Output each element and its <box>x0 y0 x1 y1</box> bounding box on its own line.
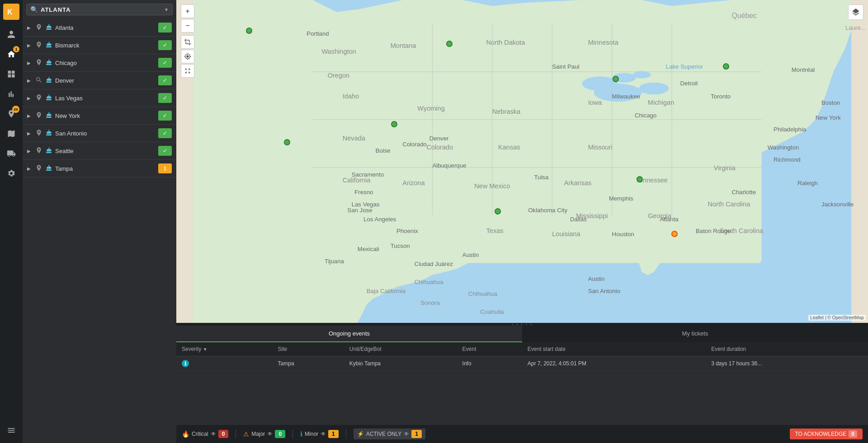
event-type: Info <box>457 356 522 371</box>
nav-deliveries[interactable] <box>2 145 20 163</box>
active-only-label: ACTIVE ONLY <box>366 431 401 437</box>
tab-my-tickets[interactable]: My tickets <box>522 326 868 342</box>
col-unit-edgebot[interactable]: Unit/EdgeBot <box>344 342 457 356</box>
nav-chart[interactable] <box>2 85 20 103</box>
sidebar-item-san-antonio[interactable]: ▶San Antonio✓ <box>23 125 176 142</box>
bottom-panel: Ongoing events My tickets Severity ▼ Sit… <box>176 326 868 425</box>
site-signal-icon <box>35 129 42 138</box>
map-marker-denver[interactable] <box>391 121 397 127</box>
active-only-toggle[interactable]: ⚡ ACTIVE ONLY 👁 1 <box>354 429 425 439</box>
chevron-right-icon: ▶ <box>27 61 33 65</box>
site-signal-icon <box>35 41 42 50</box>
status-bar: 🔥 Critical 👁 0 ⚠ Major 👁 0 ℹ Minor 👁 1 ⚡… <box>176 425 868 443</box>
site-status-green: ✓ <box>158 128 172 138</box>
search-icon: 🔍 <box>30 6 38 13</box>
map-marker-chicago[interactable] <box>613 76 619 82</box>
map-marker-atlanta[interactable] <box>637 176 643 182</box>
event-duration: 3 days 17 hours 36... <box>706 356 868 371</box>
sort-arrow-icon: ▼ <box>203 347 208 352</box>
site-name-label: Seattle <box>55 148 156 154</box>
nav-user[interactable] <box>2 25 20 43</box>
home-badge: 1 <box>13 46 19 52</box>
map-controls: + − <box>181 5 194 78</box>
site-name-label: Chicago <box>55 60 156 66</box>
sidebar-item-bismarck[interactable]: ▶Bismarck✓ <box>23 37 176 54</box>
info-icon: ℹ <box>300 430 302 438</box>
map-marker-tampa[interactable] <box>671 231 678 237</box>
minor-label: Minor <box>305 431 318 437</box>
chevron-right-icon: ▶ <box>27 149 33 154</box>
map-marker-seattle[interactable] <box>246 28 252 34</box>
site-signal-icon <box>35 94 42 103</box>
map-layers-button[interactable] <box>848 5 863 20</box>
robot-icon <box>45 41 52 50</box>
acknowledge-button[interactable]: TO ACKNOWLEDGE 0 <box>790 429 863 439</box>
col-event-duration[interactable]: Event duration <box>706 342 868 356</box>
dropdown-arrow-icon: ▼ <box>164 7 169 12</box>
chevron-right-icon: ▶ <box>27 131 33 136</box>
site-status-yellow: 1 <box>158 163 172 173</box>
map-marker-las_vegas[interactable] <box>284 139 290 145</box>
col-event[interactable]: Event <box>457 342 522 356</box>
minor-count: 1 <box>328 430 339 438</box>
map-marker-san_antonio[interactable] <box>495 208 501 215</box>
acknowledge-count: 0 <box>849 430 857 438</box>
map-marker-bismarck[interactable] <box>446 41 453 47</box>
map-marker-new_york[interactable] <box>723 63 729 70</box>
site-status-green: ✓ <box>158 40 172 50</box>
sidebar-item-atlanta[interactable]: ▶Atlanta✓ <box>23 19 176 37</box>
nav-hamburger[interactable] <box>2 421 20 439</box>
divider-2 <box>292 429 293 438</box>
major-status: ⚠ Major 👁 0 <box>243 430 285 438</box>
tab-ongoing-events[interactable]: Ongoing events <box>176 326 522 342</box>
col-severity[interactable]: Severity ▼ <box>176 342 273 356</box>
zoom-out-button[interactable]: − <box>181 19 194 33</box>
site-status-green: ✓ <box>158 23 172 33</box>
robot-icon <box>45 129 52 138</box>
svg-text:K: K <box>7 8 13 16</box>
map-attribution: Leaflet | © OpenStreetMap <box>808 315 866 321</box>
acknowledge-label: TO ACKNOWLEDGE <box>795 431 847 437</box>
site-signal-icon <box>35 112 42 120</box>
table-row[interactable]: ℹTampaKybio TampaInfoApr 7, 2022, 4:05:0… <box>176 356 868 371</box>
site-signal-icon <box>35 23 42 32</box>
col-site[interactable]: Site <box>273 342 344 356</box>
crop-tool-button[interactable] <box>181 35 194 49</box>
nav-home[interactable]: 1 <box>2 45 20 63</box>
search-input[interactable] <box>41 6 161 13</box>
zoom-in-button[interactable]: + <box>181 5 194 18</box>
left-navigation: K 1 29 <box>0 0 23 443</box>
active-only-eye-icon[interactable]: 👁 <box>404 431 409 437</box>
search-box[interactable]: 🔍 ▼ <box>26 4 173 15</box>
col-event-start-date[interactable]: Event start date <box>522 342 706 356</box>
panel-tabs: Ongoing events My tickets <box>176 326 868 342</box>
critical-status: 🔥 Critical 👁 0 <box>182 430 228 438</box>
target-button[interactable] <box>181 50 194 63</box>
major-label: Major <box>251 431 265 437</box>
robot-icon <box>45 76 52 85</box>
sidebar-item-tampa[interactable]: ▶Tampa1 <box>23 160 176 177</box>
sidebar-item-seattle[interactable]: ▶Seattle✓ <box>23 142 176 160</box>
nav-map[interactable] <box>2 125 20 143</box>
major-eye-icon[interactable]: 👁 <box>267 431 273 437</box>
panel-content: Severity ▼ Site Unit/EdgeBot Event Event… <box>176 342 868 425</box>
site-signal-icon <box>35 76 42 85</box>
active-icon: ⚡ <box>357 431 364 437</box>
site-name-label: Denver <box>55 77 156 84</box>
nav-grid[interactable] <box>2 65 20 83</box>
site-signal-icon <box>35 59 42 67</box>
sidebar-item-las-vegas[interactable]: ▶Las Vegas✓ <box>23 89 176 107</box>
sidebar-item-new-york[interactable]: ▶New York✓ <box>23 107 176 125</box>
nav-settings[interactable] <box>2 164 20 182</box>
robot-icon <box>45 94 52 103</box>
sidebar-item-chicago[interactable]: ▶Chicago✓ <box>23 54 176 72</box>
event-severity: ℹ <box>176 356 273 371</box>
minor-eye-icon[interactable]: 👁 <box>321 431 326 437</box>
site-name-label: Tampa <box>55 165 156 172</box>
robot-icon <box>45 164 52 173</box>
sidebar-item-denver[interactable]: ▶Denver✓ <box>23 72 176 89</box>
critical-eye-icon[interactable]: 👁 <box>211 431 216 437</box>
nav-events[interactable]: 29 <box>2 105 20 123</box>
fullscreen-button[interactable] <box>181 64 194 78</box>
app-logo[interactable]: K <box>3 4 19 20</box>
